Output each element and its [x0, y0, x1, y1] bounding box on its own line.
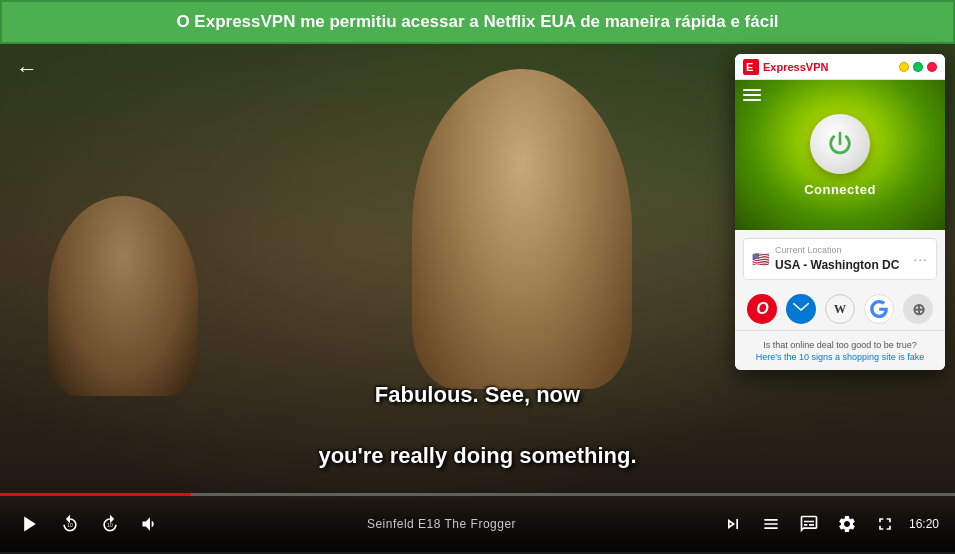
subtitle-line2: you're really doing something.: [318, 443, 636, 468]
ad-question: Is that online deal too good to be true?: [743, 339, 937, 352]
google-button[interactable]: [864, 294, 894, 324]
skip-back-button[interactable]: 10: [56, 510, 84, 538]
settings-button[interactable]: [833, 510, 861, 538]
power-button[interactable]: [810, 114, 870, 174]
connected-status-label: Connected: [804, 182, 876, 197]
main-container: ← Fabulous. See, now you're really doing…: [0, 44, 955, 552]
subtitles: Fabulous. See, now you're really doing s…: [318, 349, 636, 472]
more-button[interactable]: ⊕: [903, 294, 933, 324]
video-controls: 10 10 Seinfeld E18 The Frogger: [0, 496, 955, 552]
menu-line-1: [743, 89, 761, 91]
mail-icon: [793, 303, 809, 315]
vpn-gradient-area: Connected: [735, 80, 945, 230]
svg-text:10: 10: [107, 522, 113, 528]
location-bar[interactable]: 🇺🇸 Current Location USA - Washington DC …: [743, 238, 937, 280]
person-side-figure: [48, 196, 198, 396]
vpn-window: E ExpressVPN Connected: [735, 54, 945, 370]
skip-forward-button[interactable]: 10: [96, 510, 124, 538]
subtitles-button[interactable]: [795, 510, 823, 538]
location-label: Current Location: [775, 245, 913, 255]
back-arrow[interactable]: ←: [16, 56, 38, 82]
svg-marker-0: [24, 517, 36, 532]
window-close-button[interactable]: [927, 62, 937, 72]
subtitle-line1: Fabulous. See, now: [375, 382, 580, 407]
expressvpn-logo-icon: E: [743, 59, 759, 75]
vpn-app-name: ExpressVPN: [763, 61, 895, 73]
window-maximize-button[interactable]: [913, 62, 923, 72]
location-info: Current Location USA - Washington DC: [775, 245, 913, 273]
opera-button[interactable]: O: [747, 294, 777, 324]
quick-icons: O W ⊕: [735, 288, 945, 330]
svg-text:10: 10: [67, 522, 73, 528]
volume-button[interactable]: [136, 510, 164, 538]
svg-text:E: E: [746, 61, 753, 73]
vpn-ad: Is that online deal too good to be true?…: [735, 330, 945, 370]
fullscreen-button[interactable]: [871, 510, 899, 538]
next-episode-button[interactable]: [719, 510, 747, 538]
power-icon: [826, 130, 854, 158]
episodes-button[interactable]: [757, 510, 785, 538]
play-button[interactable]: [16, 510, 44, 538]
flag-icon: 🇺🇸: [752, 251, 769, 267]
top-banner: O ExpressVPN me permitiu acessar a Netfl…: [0, 0, 955, 44]
person-main-figure: [412, 69, 632, 389]
ad-link[interactable]: Here's the 10 signs a shopping site is f…: [743, 352, 937, 362]
episode-title: Seinfeld E18 The Frogger: [176, 517, 707, 531]
vpn-titlebar: E ExpressVPN: [735, 54, 945, 80]
email-button[interactable]: [786, 294, 816, 324]
location-options-button[interactable]: ···: [913, 251, 928, 267]
banner-text: O ExpressVPN me permitiu acessar a Netfl…: [176, 12, 778, 31]
menu-line-3: [743, 99, 761, 101]
google-icon: [870, 300, 888, 318]
right-controls: 16:20: [719, 510, 939, 538]
window-minimize-button[interactable]: [899, 62, 909, 72]
vpn-menu-button[interactable]: [743, 86, 761, 104]
location-name: USA - Washington DC: [775, 258, 899, 272]
time-display: 16:20: [909, 517, 939, 531]
wikipedia-button[interactable]: W: [825, 294, 855, 324]
menu-line-2: [743, 94, 761, 96]
